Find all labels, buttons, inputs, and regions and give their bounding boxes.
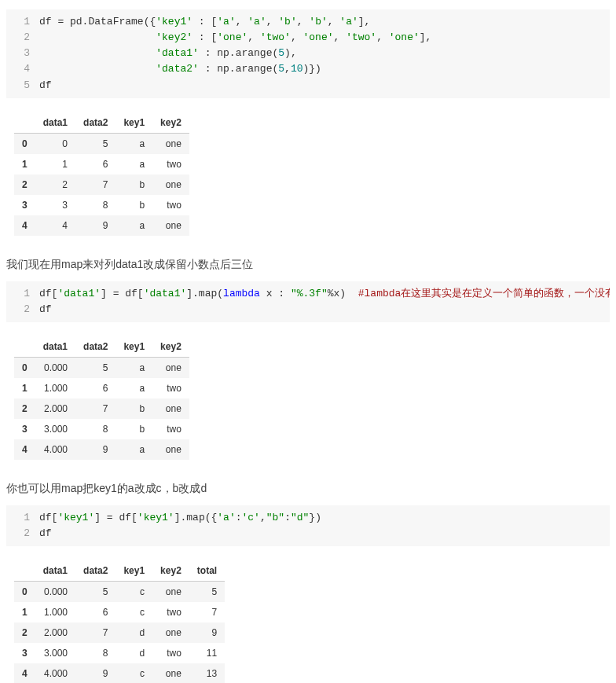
code-line: 1df['key1'] = df['key1'].map({'a':'c',"b… xyxy=(6,510,610,526)
table-row: 22.0007done9 xyxy=(14,622,225,643)
table-cell: 3.000 xyxy=(35,419,75,439)
table-cell: 1 xyxy=(35,154,75,174)
table-cell: 5 xyxy=(75,582,116,603)
table-cell: 2.000 xyxy=(35,622,75,643)
column-header: data2 xyxy=(75,560,116,582)
table-row: 22.0007bone xyxy=(14,398,189,419)
code-content: df xyxy=(39,526,52,542)
paragraph-2: 你也可以用map把key1的a改成c，b改成d xyxy=(6,482,610,496)
table-cell: 8 xyxy=(75,419,116,439)
code-line: 4 'data2' : np.arange(5,10)}) xyxy=(6,61,610,77)
table-row: 11.0006ctwo7 xyxy=(14,602,225,622)
row-index: 3 xyxy=(14,419,35,439)
code-cell-3: 1df['key1'] = df['key1'].map({'a':'c',"b… xyxy=(6,505,610,546)
column-header: key1 xyxy=(116,112,152,134)
table-cell: b xyxy=(116,398,152,419)
table-cell: 7 xyxy=(75,622,116,643)
table-cell: two xyxy=(152,419,189,439)
code-content: df xyxy=(39,302,52,318)
table-cell: two xyxy=(152,378,189,398)
table-row: 338btwo xyxy=(14,195,189,215)
table-cell: a xyxy=(116,357,152,378)
row-index: 1 xyxy=(14,154,35,174)
code-content: df['key1'] = df['key1'].map({'a':'c',"b"… xyxy=(39,510,321,526)
table-row: 00.0005cone5 xyxy=(14,582,225,603)
table-cell: 0.000 xyxy=(35,357,75,378)
row-index: 3 xyxy=(14,195,35,215)
column-header: data2 xyxy=(75,336,116,358)
code-content: 'data2' : np.arange(5,10)}) xyxy=(39,61,321,77)
column-header: key2 xyxy=(152,112,189,134)
table-cell: 2.000 xyxy=(35,398,75,419)
table-cell: a xyxy=(116,439,152,460)
row-index: 4 xyxy=(14,663,35,683)
table-cell: 5 xyxy=(75,357,116,378)
table-cell: 0.000 xyxy=(35,582,75,603)
code-cell-2: 1df['data1'] = df['data1'].map(lambda x … xyxy=(6,281,610,322)
table-cell: one xyxy=(152,357,189,378)
table-cell: 2 xyxy=(35,174,75,195)
table-cell: 4.000 xyxy=(35,663,75,683)
row-index: 0 xyxy=(14,357,35,378)
column-header: data1 xyxy=(35,112,75,134)
table-row: 005aone xyxy=(14,133,189,154)
column-header: data1 xyxy=(35,560,75,582)
table-row: 11.0006atwo xyxy=(14,378,189,398)
table-cell: a xyxy=(116,154,152,174)
column-header: key2 xyxy=(152,336,189,358)
table-cell: a xyxy=(116,215,152,236)
table-cell: 7 xyxy=(75,398,116,419)
table-cell: a xyxy=(116,378,152,398)
table-cell: c xyxy=(116,602,152,622)
table-cell: d xyxy=(116,643,152,663)
column-header: total xyxy=(189,560,225,582)
table-row: 44.0009aone xyxy=(14,439,189,460)
table-cell: d xyxy=(116,622,152,643)
table-cell: one xyxy=(152,174,189,195)
line-number: 2 xyxy=(6,302,39,318)
row-index: 3 xyxy=(14,643,35,663)
table-cell: 8 xyxy=(75,643,116,663)
table-cell: 6 xyxy=(75,378,116,398)
row-index: 2 xyxy=(14,622,35,643)
table-row: 00.0005aone xyxy=(14,357,189,378)
table-cell: two xyxy=(152,602,189,622)
line-number: 1 xyxy=(6,286,39,302)
table-cell: b xyxy=(116,195,152,215)
table-cell: one xyxy=(152,215,189,236)
row-index: 0 xyxy=(14,582,35,603)
row-index: 2 xyxy=(14,398,35,419)
table-row: 116atwo xyxy=(14,154,189,174)
table-row: 449aone xyxy=(14,215,189,236)
table-cell: 8 xyxy=(75,195,116,215)
table-cell: b xyxy=(116,419,152,439)
table-cell: b xyxy=(116,174,152,195)
code-line: 2df xyxy=(6,526,610,542)
table-cell: one xyxy=(152,582,189,603)
output-table-1: data1data2key1key2005aone116atwo227bone3… xyxy=(14,112,189,236)
line-number: 5 xyxy=(6,78,39,94)
line-number: 3 xyxy=(6,46,39,61)
code-line: 5df xyxy=(6,78,610,94)
table-cell: 6 xyxy=(75,602,116,622)
code-line: 1df['data1'] = df['data1'].map(lambda x … xyxy=(6,286,610,302)
table-cell: two xyxy=(152,154,189,174)
table-cell: 1.000 xyxy=(35,378,75,398)
column-header: data2 xyxy=(75,112,116,134)
table-cell: 0 xyxy=(35,133,75,154)
code-line: 2df xyxy=(6,302,610,318)
table-row: 227bone xyxy=(14,174,189,195)
table-cell: 9 xyxy=(75,215,116,236)
code-content: df = pd.DataFrame({'key1' : ['a', 'a', '… xyxy=(39,14,370,30)
table-row: 44.0009cone13 xyxy=(14,663,225,683)
output-table-2: data1data2key1key200.0005aone11.0006atwo… xyxy=(14,336,189,460)
table-cell: 3 xyxy=(35,195,75,215)
table-cell: one xyxy=(152,622,189,643)
table-cell: 9 xyxy=(75,439,116,460)
row-index: 1 xyxy=(14,602,35,622)
row-index: 0 xyxy=(14,133,35,154)
table-row: 33.0008btwo xyxy=(14,419,189,439)
table-cell: 13 xyxy=(189,663,225,683)
code-line: 3 'data1' : np.arange(5), xyxy=(6,46,610,61)
line-number: 2 xyxy=(6,526,39,542)
